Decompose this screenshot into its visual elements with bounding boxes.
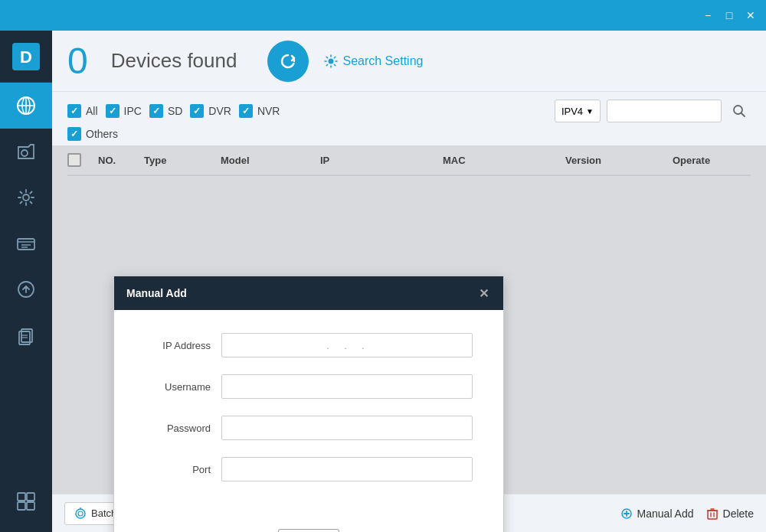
sidebar-item-camera[interactable]	[0, 129, 52, 175]
manual-add-button[interactable]: Manual Add	[620, 508, 694, 520]
checkbox-dvr[interactable]: ✓	[190, 104, 204, 118]
checkbox-ipc[interactable]: ✓	[106, 104, 119, 118]
search-setting-button[interactable]: Search Setting	[324, 54, 423, 68]
modal-close-button[interactable]: ✕	[476, 286, 491, 301]
filter-others[interactable]: ✓ Others	[67, 127, 118, 141]
title-bar: − □ ✕	[0, 0, 766, 31]
svg-point-25	[78, 511, 83, 516]
svg-point-21	[329, 58, 334, 64]
filter-dvr[interactable]: ✓ DVR	[190, 104, 231, 118]
filter-ipc[interactable]: ✓ IPC	[106, 104, 142, 118]
restore-button[interactable]: □	[720, 6, 738, 24]
sidebar-item-ip-search[interactable]	[0, 83, 52, 129]
refresh-button[interactable]	[267, 41, 309, 82]
modal-header: Manual Add ✕	[114, 276, 503, 310]
svg-rect-20	[27, 502, 34, 510]
ipv4-value: IPV4	[561, 106, 583, 117]
port-input[interactable]	[221, 457, 473, 481]
modal-overlay: Manual Add ✕ IP Address Username	[52, 145, 766, 494]
password-label: Password	[145, 423, 221, 434]
devices-found-label: Devices found	[111, 49, 237, 73]
port-row: Port	[145, 457, 473, 481]
checkbox-sd[interactable]: ✓	[149, 104, 163, 118]
svg-point-24	[76, 509, 85, 518]
checkbox-nvr[interactable]: ✓	[239, 104, 253, 118]
filter-dvr-label: DVR	[208, 105, 231, 117]
svg-text:D: D	[20, 47, 32, 67]
password-row: Password	[145, 416, 473, 440]
filter-nvr-label: NVR	[257, 105, 280, 117]
ip-address-input[interactable]	[221, 333, 473, 357]
sidebar-item-settings[interactable]	[0, 175, 52, 220]
ok-button[interactable]: OK	[278, 529, 339, 532]
right-actions: Manual Add Delete	[620, 508, 754, 520]
close-button[interactable]: ✕	[741, 6, 760, 24]
filter-nvr[interactable]: ✓ NVR	[239, 104, 280, 118]
device-count: 0	[67, 43, 88, 80]
manual-add-label: Manual Add	[637, 508, 694, 520]
search-input[interactable]	[607, 100, 722, 122]
filter-sd-label: SD	[168, 105, 182, 117]
ip-address-label: IP Address	[145, 340, 221, 351]
username-label: Username	[145, 381, 221, 393]
page-header: 0 Devices found Search Setting	[52, 31, 766, 92]
app-logo: D	[0, 31, 52, 83]
svg-rect-19	[18, 502, 25, 510]
sidebar-item-tools[interactable]	[0, 220, 52, 266]
filter-ipc-label: IPC	[124, 105, 142, 117]
svg-rect-17	[18, 493, 25, 501]
search-setting-label: Search Setting	[342, 54, 423, 68]
minimize-button[interactable]: −	[699, 6, 717, 24]
filter-right: IPV4 ▼	[555, 100, 751, 122]
ip-address-row: IP Address	[145, 333, 473, 357]
filter-others-label: Others	[86, 128, 118, 140]
sidebar-item-upload[interactable]	[0, 266, 52, 312]
checkbox-all[interactable]: ✓	[67, 104, 81, 118]
username-row: Username	[145, 374, 473, 399]
manual-add-modal: Manual Add ✕ IP Address Username	[113, 276, 504, 532]
svg-rect-30	[708, 511, 717, 519]
svg-line-23	[741, 113, 745, 117]
sidebar-item-copy[interactable]	[0, 312, 52, 358]
delete-label: Delete	[723, 508, 754, 520]
svg-point-7	[23, 194, 29, 201]
filter-sd[interactable]: ✓ SD	[149, 104, 182, 118]
search-button[interactable]	[728, 100, 751, 122]
port-label: Port	[145, 464, 221, 475]
svg-rect-8	[18, 239, 34, 250]
modal-body: IP Address Username Password	[114, 310, 503, 521]
filter-all-label: All	[86, 105, 98, 117]
modal-title: Manual Add	[126, 287, 187, 299]
sidebar: D	[0, 31, 52, 532]
filter-all[interactable]: ✓ All	[67, 104, 98, 118]
svg-rect-18	[27, 493, 34, 501]
chevron-down-icon: ▼	[586, 107, 594, 116]
sidebar-item-grid[interactable]	[0, 478, 52, 524]
delete-button[interactable]: Delete	[706, 508, 754, 520]
ipv4-selector[interactable]: IPV4 ▼	[555, 100, 601, 122]
filter-bar: ✓ All ✓ IPC ✓ SD	[52, 92, 766, 127]
svg-point-6	[21, 150, 28, 156]
modal-footer: OK	[114, 521, 503, 532]
checkbox-others[interactable]: ✓	[67, 127, 81, 141]
password-input[interactable]	[221, 416, 473, 440]
username-input[interactable]	[221, 374, 473, 399]
